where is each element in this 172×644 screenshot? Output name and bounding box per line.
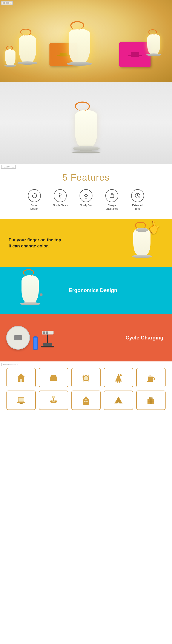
feature-simple-touch: Simple Touch (52, 189, 69, 207)
atmosphere-dining (71, 368, 101, 387)
hero-image-1 (0, 0, 172, 82)
yellow-line2: It can change color. (8, 243, 103, 249)
svg-point-1 (59, 193, 61, 195)
cyan-lamp (20, 275, 40, 306)
lamp-center (67, 29, 92, 66)
svg-rect-43 (85, 396, 87, 398)
atmosphere-serving (39, 390, 68, 410)
features-label: FEATURES (1, 165, 16, 168)
atmosphere-grid (4, 366, 168, 412)
design-section: DESIGN (0, 0, 172, 164)
simple-touch-icon (54, 189, 67, 202)
svg-rect-14 (20, 379, 22, 382)
lamp-large (17, 35, 38, 65)
svg-rect-32 (147, 381, 153, 382)
hero-image-2 (0, 82, 172, 164)
svg-rect-15 (50, 376, 57, 380)
svg-rect-49 (150, 397, 152, 404)
extended-time-icon (131, 189, 144, 202)
svg-point-42 (52, 396, 55, 398)
round-design-label: RoundDesign (30, 204, 38, 210)
feature-charge-endurance: Charge Endurance (103, 189, 120, 210)
atmosphere-label: ATMOSPHERE (1, 363, 19, 366)
svg-rect-34 (18, 398, 24, 402)
usb-cable (41, 330, 54, 348)
charger-base (6, 326, 30, 350)
round-design-icon (28, 189, 41, 202)
design-label: DESIGN (1, 1, 13, 5)
slowly-dim-label: Slowly Dim (80, 204, 92, 207)
svg-marker-0 (32, 194, 33, 197)
svg-rect-36 (19, 403, 23, 404)
feature-slowly-dim: Slowly Dim (77, 189, 95, 207)
charge-endurance-icon (105, 189, 118, 202)
svg-rect-31 (148, 376, 153, 381)
feature-round-design: RoundDesign (26, 189, 43, 210)
svg-marker-13 (17, 373, 25, 378)
pink-box (119, 42, 151, 67)
svg-point-20 (84, 376, 88, 380)
orange-charger-image (0, 314, 60, 362)
yellow-lamp-image: 👆 (112, 219, 172, 266)
svg-rect-35 (17, 402, 25, 403)
lamp-small-right (146, 34, 161, 56)
atmosphere-tent (104, 390, 133, 410)
single-lamp-display (71, 110, 101, 153)
orange-title: Cycle Charging (69, 335, 164, 341)
atmosphere-gift (136, 390, 166, 410)
yellow-line1: Put your finger on the top (8, 237, 103, 243)
atmosphere-coffee (136, 368, 166, 387)
slowly-dim-icon (80, 189, 92, 202)
svg-rect-18 (51, 375, 56, 376)
feature-extended-time: Extended Time (129, 189, 146, 210)
atmosphere-bottle (71, 390, 101, 410)
svg-point-2 (85, 194, 87, 196)
cyan-ergonomics-section: Ergonomics Design (0, 266, 172, 314)
svg-line-11 (138, 196, 139, 196)
atmosphere-laptop (6, 390, 36, 410)
yellow-touch-section: Put your finger on the top It can change… (0, 219, 172, 266)
atmosphere-outdoor (104, 368, 133, 387)
atmosphere-home (6, 368, 36, 387)
yellow-text-block: Put your finger on the top It can change… (0, 237, 112, 249)
lamp-small-left (4, 49, 16, 67)
battery (33, 336, 38, 350)
charge-endurance-label: Charge Endurance (103, 204, 120, 210)
cyan-lamp-image (0, 266, 60, 314)
features-title: 5 Features (4, 172, 168, 183)
orange-text-block: Cycle Charging (60, 335, 172, 341)
orange-charging-section: Cycle Charging (0, 314, 172, 362)
extended-time-label: Extended Time (129, 204, 146, 210)
atmosphere-section: ATMOSPHERE (0, 362, 172, 418)
atmosphere-food (39, 368, 68, 387)
features-section: FEATURES 5 Features RoundDesign (0, 164, 172, 219)
cyan-text-block: Ergonomics Design (60, 287, 172, 293)
simple-touch-label: Simple Touch (52, 204, 68, 207)
features-grid: RoundDesign Simple Touch (4, 189, 168, 210)
charger-components (4, 324, 56, 352)
cyan-title: Ergonomics Design (69, 287, 164, 293)
